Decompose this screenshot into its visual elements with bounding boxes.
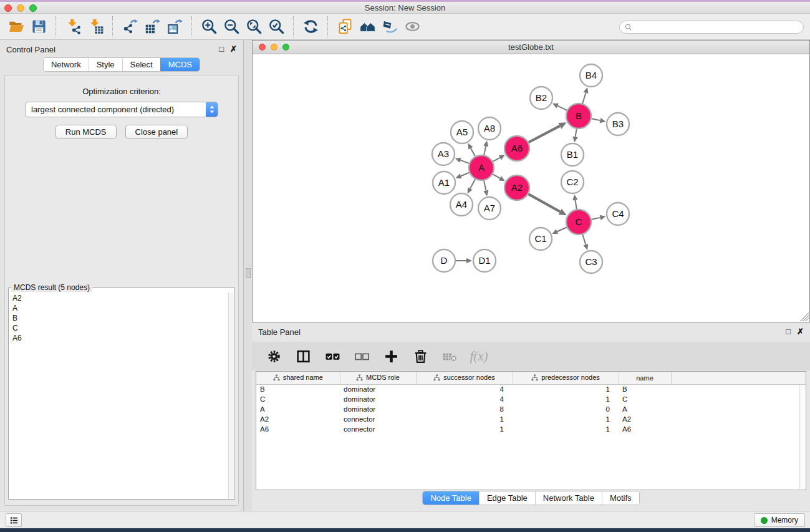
graph-node-C2[interactable]: C2	[561, 171, 584, 193]
select-all-button[interactable]	[321, 344, 344, 368]
graph-node-C4[interactable]: C4	[607, 203, 629, 225]
open-folder-button[interactable]	[5, 16, 27, 38]
table-cell[interactable]: 1	[416, 424, 513, 434]
column-header-successor-nodes[interactable]: successor nodes	[416, 372, 513, 384]
float-table-panel-icon[interactable]: □	[786, 327, 791, 336]
show-hide-panel-button[interactable]	[401, 16, 423, 38]
graph-edge-B-B1[interactable]	[572, 129, 577, 143]
graph-edge-C-C2[interactable]	[572, 195, 577, 209]
graph-edge-A-A7[interactable]	[483, 181, 488, 196]
graph-edge-A-A4[interactable]	[468, 179, 475, 193]
graph-node-B4[interactable]: B4	[580, 64, 602, 87]
zoom-out-button[interactable]	[220, 16, 243, 38]
minimize-window-button[interactable]	[17, 4, 24, 12]
zoom-fit-button[interactable]	[243, 16, 265, 38]
graph-node-A1[interactable]: A1	[433, 172, 455, 194]
tab-select[interactable]: Select	[122, 58, 160, 71]
graph-edge-A-A2[interactable]	[493, 174, 505, 181]
tab-network[interactable]: Network	[44, 58, 89, 71]
export-network-button[interactable]	[118, 16, 141, 38]
graph-edge-B-B2[interactable]	[552, 104, 567, 110]
deselect-all-button[interactable]	[350, 344, 374, 368]
criterion-dropdown[interactable]: largest connected component (directed)	[25, 102, 218, 117]
graph-node-A5[interactable]: A5	[451, 121, 473, 143]
graph-node-A8[interactable]: A8	[478, 117, 501, 140]
graph-node-B1[interactable]: B1	[561, 143, 584, 166]
graph-node-C3[interactable]: C3	[580, 251, 602, 273]
save-button[interactable]	[27, 16, 50, 38]
network-graph[interactable]: B4B2BB3A8A5A6B1A3AA1C2A2A4A7C4CC1C3DD1	[253, 54, 809, 322]
graph-node-B2[interactable]: B2	[530, 87, 552, 109]
import-table-button[interactable]	[84, 16, 107, 38]
graph-edge-A6-B[interactable]	[529, 122, 567, 142]
table-row[interactable]: Adominator80A	[256, 404, 806, 414]
zoom-in-button[interactable]	[198, 16, 220, 38]
tab-edge-table[interactable]: Edge Table	[479, 491, 535, 505]
graph-node-A2[interactable]: A2	[504, 175, 529, 200]
close-panel-button[interactable]: Close panel	[125, 125, 188, 139]
tab-node-table[interactable]: Node Table	[423, 491, 479, 505]
new-network-from-selection-button[interactable]	[334, 16, 356, 38]
graph-edge-A-A3[interactable]	[455, 158, 469, 163]
graph-node-B3[interactable]: B3	[607, 113, 629, 135]
table-cell[interactable]: 4	[416, 384, 513, 394]
table-cell[interactable]: 1	[416, 414, 513, 424]
vertical-split-handle[interactable]	[246, 268, 251, 278]
graph-node-B[interactable]: B	[566, 104, 591, 128]
graph-node-A7[interactable]: A7	[478, 197, 501, 220]
table-cell[interactable]: connector	[340, 414, 416, 424]
table-cell[interactable]: A	[619, 404, 671, 414]
column-header-shared-name[interactable]: shared name	[256, 372, 340, 384]
table-cell[interactable]: A6	[619, 424, 671, 434]
table-cell[interactable]: C	[256, 394, 340, 404]
column-header-name[interactable]: name	[619, 372, 671, 384]
zoom-network-view-button[interactable]	[282, 44, 289, 51]
mcds-result-item[interactable]: A	[9, 303, 228, 313]
graph-node-C[interactable]: C	[566, 210, 591, 235]
graph-edge-B-B4[interactable]	[582, 87, 588, 104]
graph-edge-A-A1[interactable]	[456, 173, 470, 178]
table-cell[interactable]: connector	[340, 424, 416, 434]
graph-edge-A-A6[interactable]	[493, 155, 504, 162]
search-field[interactable]	[619, 21, 804, 34]
table-cell[interactable]: 4	[416, 394, 513, 404]
zoom-window-button[interactable]	[29, 4, 37, 12]
graph-node-D1[interactable]: D1	[473, 249, 496, 272]
graph-node-C1[interactable]: C1	[529, 228, 552, 250]
table-cell[interactable]: 1	[513, 384, 619, 394]
graph-node-D[interactable]: D	[433, 249, 455, 272]
table-cell[interactable]: A2	[256, 414, 340, 424]
close-table-panel-icon[interactable]: ✗	[797, 327, 804, 336]
table-row[interactable]: Cdominator41C	[256, 394, 806, 404]
table-cell[interactable]: dominator	[340, 384, 416, 394]
task-history-button[interactable]	[6, 513, 22, 527]
float-panel-icon[interactable]: □	[219, 45, 224, 54]
tab-motifs[interactable]: Motifs	[602, 491, 639, 505]
close-panel-icon[interactable]: ✗	[230, 45, 237, 54]
graph-edge-C-C1[interactable]	[552, 227, 567, 234]
network-canvas[interactable]: B4B2BB3A8A5A6B1A3AA1C2A2A4A7C4CC1C3DD1	[253, 54, 809, 322]
import-network-button[interactable]	[62, 16, 84, 38]
table-row[interactable]: A6connector11A6	[256, 424, 806, 434]
table-cell[interactable]: B	[619, 384, 671, 394]
table-row[interactable]: A2connector11A2	[256, 414, 806, 424]
table-cell[interactable]: 0	[513, 404, 619, 414]
search-input[interactable]	[633, 23, 803, 32]
toggle-graphics-details-button[interactable]	[378, 16, 401, 38]
graph-node-A4[interactable]: A4	[450, 193, 473, 216]
refresh-layout-button[interactable]	[299, 16, 322, 38]
delete-row-button[interactable]	[408, 344, 432, 368]
close-network-view-button[interactable]	[259, 44, 266, 51]
graph-edge-D-D1[interactable]	[456, 258, 472, 263]
export-image-button[interactable]	[163, 16, 186, 38]
minimize-network-view-button[interactable]	[271, 44, 277, 51]
tab-network-table[interactable]: Network Table	[535, 491, 602, 505]
tab-mcds[interactable]: MCDS	[160, 58, 200, 71]
mcds-result-scrollbar[interactable]	[228, 293, 234, 498]
columns-button[interactable]	[291, 344, 315, 368]
zoom-selected-button[interactable]	[265, 16, 287, 38]
graph-edge-C-C4[interactable]	[592, 215, 606, 220]
resize-grip-icon[interactable]	[800, 312, 809, 321]
table-cell[interactable]: 1	[513, 424, 619, 434]
graph-node-A3[interactable]: A3	[432, 143, 455, 165]
